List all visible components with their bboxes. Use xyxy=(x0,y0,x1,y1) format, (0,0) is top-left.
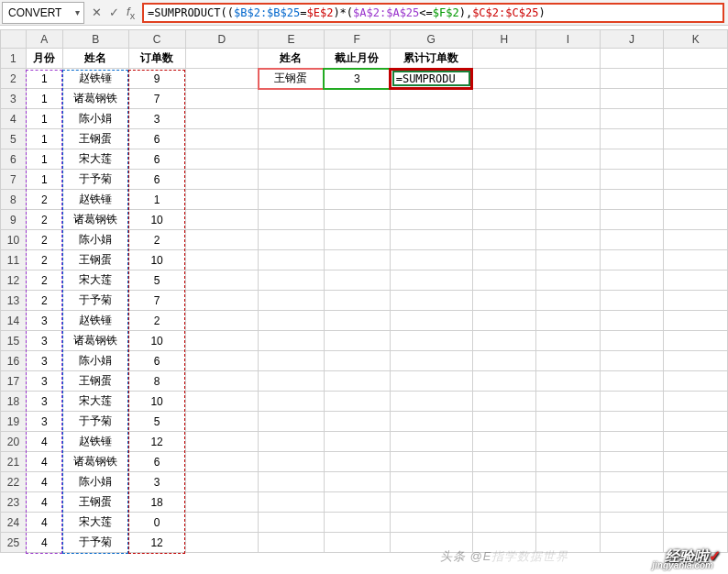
cell-G24[interactable] xyxy=(390,513,472,533)
cell-F11[interactable] xyxy=(324,250,390,270)
cell-G2[interactable]: =SUMPRODU xyxy=(390,69,472,89)
cell-D13[interactable] xyxy=(185,291,259,311)
fx-icon[interactable]: fx xyxy=(127,5,135,21)
row-head-22[interactable]: 22 xyxy=(1,472,27,492)
cell-C4[interactable]: 3 xyxy=(128,109,185,129)
cell-D20[interactable] xyxy=(185,432,259,452)
cell-E16[interactable] xyxy=(259,351,325,371)
cell-I4[interactable] xyxy=(536,109,601,129)
cell-A4[interactable]: 1 xyxy=(26,109,62,129)
cell-D6[interactable] xyxy=(185,149,259,170)
cell-B15[interactable]: 诸葛钢铁 xyxy=(62,331,128,351)
row-head-7[interactable]: 7 xyxy=(1,170,27,190)
cell-H3[interactable] xyxy=(472,89,536,109)
cell-F23[interactable] xyxy=(324,492,390,513)
cell-H6[interactable] xyxy=(472,149,536,170)
cell-C23[interactable]: 18 xyxy=(128,492,185,513)
cell-B18[interactable]: 宋大莲 xyxy=(62,392,128,412)
cell-D18[interactable] xyxy=(185,392,259,412)
cell-J8[interactable] xyxy=(600,190,664,210)
cell-H12[interactable] xyxy=(472,270,536,291)
cell-A19[interactable]: 3 xyxy=(26,412,62,432)
row-head-19[interactable]: 19 xyxy=(1,412,27,432)
cell-E18[interactable] xyxy=(259,392,325,412)
cell-B10[interactable]: 陈小娟 xyxy=(62,230,128,250)
formula-input[interactable]: =SUMPRODUCT(($B$2:$B$25=$E$2)*($A$2:$A$2… xyxy=(142,3,724,23)
cell-A16[interactable]: 3 xyxy=(26,351,62,371)
cell-A6[interactable]: 1 xyxy=(26,149,62,170)
cell-H7[interactable] xyxy=(472,170,536,190)
cell-K9[interactable] xyxy=(664,210,728,230)
cell-E24[interactable] xyxy=(259,513,325,533)
cell-H21[interactable] xyxy=(472,452,536,472)
name-box[interactable]: CONVERT ▾ xyxy=(2,2,84,24)
cell-H8[interactable] xyxy=(472,190,536,210)
cell-D11[interactable] xyxy=(185,250,259,270)
cell-E2[interactable]: 王钢蛋 xyxy=(259,69,325,89)
cell-B6[interactable]: 宋大莲 xyxy=(62,149,128,170)
cell-I2[interactable] xyxy=(536,69,601,89)
cell-F18[interactable] xyxy=(324,392,390,412)
cell-B5[interactable]: 王钢蛋 xyxy=(62,129,128,149)
cell-J7[interactable] xyxy=(600,170,664,190)
cell-D12[interactable] xyxy=(185,270,259,291)
cell-G20[interactable] xyxy=(390,432,472,452)
cell-F15[interactable] xyxy=(324,331,390,351)
cell-D23[interactable] xyxy=(185,492,259,513)
cell-I13[interactable] xyxy=(536,291,601,311)
cell-B13[interactable]: 于予菊 xyxy=(62,291,128,311)
cell-G16[interactable] xyxy=(390,351,472,371)
cell-I10[interactable] xyxy=(536,230,601,250)
cell-G12[interactable] xyxy=(390,270,472,291)
cell-D4[interactable] xyxy=(185,109,259,129)
cell-F25[interactable] xyxy=(324,533,390,553)
cell-H10[interactable] xyxy=(472,230,536,250)
cell-C24[interactable]: 0 xyxy=(128,513,185,533)
cell-J5[interactable] xyxy=(600,129,664,149)
cell-C6[interactable]: 6 xyxy=(128,149,185,170)
cell-A24[interactable]: 4 xyxy=(26,513,62,533)
cell-A23[interactable]: 4 xyxy=(26,492,62,513)
cell-I19[interactable] xyxy=(536,412,601,432)
cell-I20[interactable] xyxy=(536,432,601,452)
cell-I22[interactable] xyxy=(536,472,601,492)
cell-I1[interactable] xyxy=(536,49,601,69)
cell-B7[interactable]: 于予菊 xyxy=(62,170,128,190)
cell-K17[interactable] xyxy=(664,371,728,392)
col-head-A[interactable]: A xyxy=(26,30,62,49)
cell-A13[interactable]: 2 xyxy=(26,291,62,311)
cell-D16[interactable] xyxy=(185,351,259,371)
cell-D3[interactable] xyxy=(185,89,259,109)
row-head-1[interactable]: 1 xyxy=(1,49,27,69)
cell-A12[interactable]: 2 xyxy=(26,270,62,291)
cell-F20[interactable] xyxy=(324,432,390,452)
cell-G5[interactable] xyxy=(390,129,472,149)
cell-H13[interactable] xyxy=(472,291,536,311)
cell-F14[interactable] xyxy=(324,311,390,331)
cell-J16[interactable] xyxy=(600,351,664,371)
cell-B11[interactable]: 王钢蛋 xyxy=(62,250,128,270)
cell-I11[interactable] xyxy=(536,250,601,270)
cell-I5[interactable] xyxy=(536,129,601,149)
cell-H20[interactable] xyxy=(472,432,536,452)
col-head-B[interactable]: B xyxy=(62,30,128,49)
cell-E3[interactable] xyxy=(259,89,325,109)
cell-E19[interactable] xyxy=(259,412,325,432)
row-head-13[interactable]: 13 xyxy=(1,291,27,311)
cell-B4[interactable]: 陈小娟 xyxy=(62,109,128,129)
cell-H4[interactable] xyxy=(472,109,536,129)
cell-A3[interactable]: 1 xyxy=(26,89,62,109)
cell-A1[interactable]: 月份 xyxy=(26,49,62,69)
cell-J15[interactable] xyxy=(600,331,664,351)
chevron-down-icon[interactable]: ▾ xyxy=(75,7,80,17)
cell-A18[interactable]: 3 xyxy=(26,392,62,412)
cell-J24[interactable] xyxy=(600,513,664,533)
cancel-icon[interactable]: ✕ xyxy=(92,6,102,19)
cell-J17[interactable] xyxy=(600,371,664,392)
cell-C11[interactable]: 10 xyxy=(128,250,185,270)
cell-J14[interactable] xyxy=(600,311,664,331)
cell-F16[interactable] xyxy=(324,351,390,371)
cell-A25[interactable]: 4 xyxy=(26,533,62,553)
cell-C5[interactable]: 6 xyxy=(128,129,185,149)
cell-B2[interactable]: 赵铁锤 xyxy=(62,69,128,89)
